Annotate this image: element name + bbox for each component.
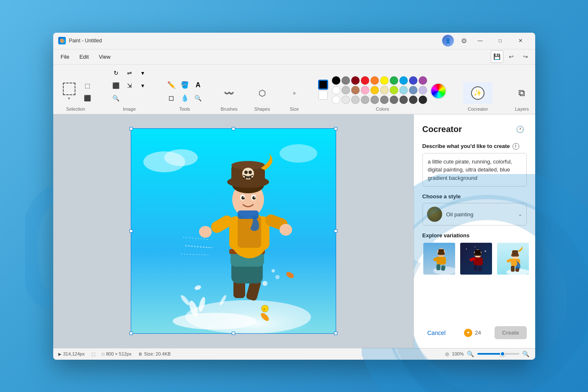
color-extra4[interactable] — [361, 96, 369, 104]
handle-top-right[interactable] — [334, 127, 337, 130]
color-darkred[interactable] — [351, 76, 360, 85]
handle-bottom-right[interactable] — [334, 332, 337, 335]
shapes-button[interactable]: ⬡ — [255, 82, 270, 104]
zoom-in-ribbon[interactable]: 🔍 — [110, 92, 122, 104]
info-icon[interactable]: i — [513, 143, 519, 150]
position-text: 314,124px — [63, 351, 85, 356]
handle-middle-right[interactable] — [334, 229, 337, 233]
maximize-button[interactable]: □ — [491, 34, 510, 47]
save-button[interactable]: 💾 — [491, 50, 503, 63]
color-picker-wheel[interactable] — [430, 83, 446, 99]
image-dropdown2[interactable]: ▾ — [137, 80, 149, 91]
size-lines-icon: ≡ — [293, 91, 295, 96]
file-menu[interactable]: File — [57, 52, 74, 62]
image-group: ↻ ⇌ ▾ ⬛ ⇲ ▾ 🔍 Image — [110, 67, 149, 112]
zoom-in-button[interactable]: 🔍 — [522, 350, 530, 358]
color-extra10[interactable] — [419, 96, 427, 104]
color-gold[interactable] — [370, 86, 379, 94]
close-button[interactable]: ✕ — [511, 34, 530, 47]
color-green[interactable] — [390, 76, 398, 85]
color-blue[interactable] — [399, 76, 408, 85]
color-purple[interactable] — [419, 76, 427, 85]
crop-button[interactable]: ⬚ — [82, 80, 93, 91]
layers-button[interactable]: ⧉ — [509, 82, 534, 104]
style-dropdown[interactable]: Oil painting ⌄ — [422, 203, 527, 226]
handle-bottom-middle[interactable] — [232, 332, 235, 335]
image-label: Image — [123, 106, 136, 112]
variation-3[interactable] — [496, 242, 530, 275]
color-lightgray[interactable] — [342, 86, 350, 94]
foreground-color[interactable] — [319, 80, 328, 89]
color-lavender[interactable] — [419, 86, 427, 94]
view-menu[interactable]: View — [95, 52, 115, 62]
handle-bottom-left[interactable] — [130, 332, 133, 335]
handle-top-left[interactable] — [130, 127, 133, 130]
fill-button[interactable]: 🪣 — [179, 79, 191, 91]
size-button[interactable]: ≡ — [287, 82, 302, 104]
color-orange[interactable] — [370, 76, 379, 85]
minimize-button[interactable]: — — [471, 34, 490, 47]
variation-1[interactable] — [422, 242, 456, 275]
color-gray[interactable] — [342, 76, 350, 85]
background-color[interactable] — [319, 91, 328, 100]
color-extra7[interactable] — [390, 96, 398, 104]
color-picker-button[interactable]: 💧 — [179, 92, 191, 104]
color-extra9[interactable] — [409, 96, 417, 104]
undo-button[interactable]: ↩ — [505, 50, 518, 63]
zoom-percent: 100% — [452, 351, 464, 356]
flip-button[interactable]: ⇌ — [124, 67, 135, 79]
text-button[interactable]: A — [192, 79, 204, 91]
handle-top-middle[interactable] — [232, 127, 235, 130]
selection-rect-button[interactable]: ▾ — [58, 81, 80, 103]
select-region-button[interactable]: ⬛ — [110, 80, 122, 91]
color-extra6[interactable] — [380, 96, 389, 104]
color-yellow[interactable] — [380, 76, 389, 85]
shapes-icon: ⬡ — [259, 88, 266, 98]
cocreator-ribbon-label: Cocreator — [468, 106, 488, 112]
svg-rect-82 — [512, 250, 518, 255]
color-extra8[interactable] — [399, 96, 408, 104]
brushes-button[interactable]: 〰️ — [221, 82, 237, 104]
canvas-container: $ — [131, 128, 336, 334]
color-lightblue[interactable] — [399, 86, 408, 94]
rotate-button[interactable]: ↻ — [110, 67, 122, 79]
edit-menu[interactable]: Edit — [75, 52, 93, 62]
variation-2[interactable] — [459, 242, 493, 275]
cancel-button[interactable]: Cancel — [422, 326, 451, 340]
history-button[interactable]: 🕐 — [513, 123, 527, 136]
size-text: Size: 20.4KB — [144, 351, 171, 356]
svg-point-70 — [474, 247, 475, 247]
color-lime[interactable] — [390, 86, 398, 94]
eraser-button[interactable]: ◻ — [166, 92, 177, 104]
pencil-button[interactable]: ✏️ — [166, 79, 177, 91]
color-steelblue[interactable] — [409, 86, 417, 94]
handle-middle-left[interactable] — [130, 229, 133, 233]
color-extra2[interactable] — [342, 96, 350, 104]
color-white[interactable] — [332, 86, 340, 94]
canvas[interactable]: $ — [131, 128, 336, 334]
create-button[interactable]: Create — [495, 326, 526, 339]
resize-button[interactable]: ⇲ — [124, 80, 135, 91]
color-brown[interactable] — [351, 86, 360, 94]
image-dropdown[interactable]: ▾ — [137, 67, 149, 79]
redo-button[interactable]: ↪ — [519, 50, 532, 63]
color-cream[interactable] — [380, 86, 389, 94]
color-extra1[interactable] — [332, 96, 340, 104]
color-red[interactable] — [361, 76, 369, 85]
zoom-out-button[interactable]: 🔍 — [466, 350, 475, 358]
paint-window: 🎨 Paint - Untitled 👤 ⚙ — □ ✕ File Edit V… — [53, 33, 535, 360]
color-indigo[interactable] — [409, 76, 417, 85]
color-extra3[interactable] — [351, 96, 360, 104]
color-black[interactable] — [332, 76, 340, 85]
avatar[interactable]: 👤 — [442, 35, 454, 47]
selection-small-buttons: ⬚ ⬛ — [82, 80, 93, 104]
cocreator-ribbon-button[interactable]: ✨ — [463, 82, 492, 104]
zoom-slider[interactable] — [477, 353, 519, 355]
settings-button[interactable]: ⚙ — [457, 34, 471, 47]
magnify-button[interactable]: 🔍 — [192, 92, 204, 104]
color-extra5[interactable] — [370, 96, 379, 104]
prompt-textarea[interactable]: a little cute pirate, running, colorful,… — [422, 153, 527, 187]
canvas-area[interactable]: $ — [53, 114, 414, 348]
select-all-button[interactable]: ⬛ — [82, 92, 93, 104]
color-pink[interactable] — [361, 86, 369, 94]
